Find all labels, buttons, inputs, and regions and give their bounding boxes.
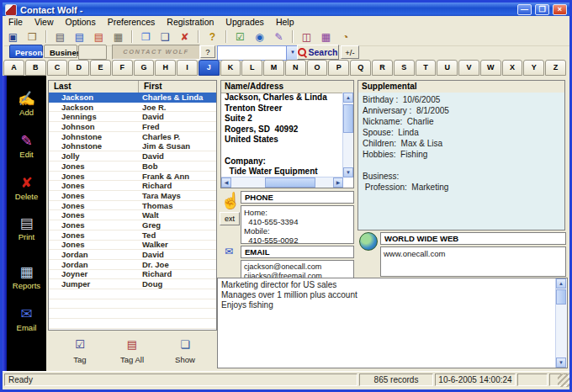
contact-row[interactable]: Johnstone Charles P. (49, 132, 216, 142)
scroll-left-icon[interactable]: ◀ (221, 177, 231, 188)
contact-row[interactable]: Joyner Richard (49, 269, 216, 279)
sidebar-item-delete[interactable]: ✘ Delete (7, 175, 46, 202)
copy-button[interactable]: ❐ (137, 29, 155, 45)
scroll-right-icon[interactable]: ▶ (333, 177, 343, 188)
alphabet-tab-k[interactable]: K (220, 60, 241, 76)
notes-button[interactable]: ✎ (270, 29, 288, 45)
contact-row[interactable]: Jackson Charles & Linda (49, 93, 216, 103)
tab-personal[interactable]: Personal (9, 45, 43, 58)
web-button[interactable]: ◉ (251, 29, 268, 45)
alphabet-tab-y[interactable]: Y (523, 60, 544, 76)
vertical-scrollbar[interactable]: ▲ ▼ (342, 93, 353, 177)
tasks-button[interactable]: ☑ (231, 29, 249, 45)
contact-row[interactable]: Jones Greg (49, 220, 216, 230)
alphabet-tab-f[interactable]: F (112, 60, 133, 76)
contact-row[interactable]: Jordan Dr. Joe (49, 260, 216, 270)
scroll-down-icon[interactable]: ▼ (343, 167, 353, 177)
alphabet-tab-v[interactable]: V (458, 60, 479, 76)
purge-button[interactable]: ✘ (176, 29, 193, 45)
dial-hand-icon[interactable]: ☝ (220, 191, 241, 211)
menu-help[interactable]: Help (270, 16, 300, 28)
alphabet-tab-t[interactable]: T (416, 60, 437, 76)
alphabet-tab-r[interactable]: R (372, 60, 393, 76)
scrollbar-thumb[interactable] (556, 289, 566, 305)
tab-business[interactable]: Business (44, 45, 77, 58)
show-button[interactable]: ❏ Show (164, 338, 206, 365)
alphabet-tab-j[interactable]: J (199, 60, 220, 76)
menu-upgrades[interactable]: Upgrades (220, 16, 270, 28)
scrollbar-thumb[interactable] (265, 177, 315, 188)
search-combobox[interactable]: ▼ (217, 45, 299, 61)
contact-row[interactable]: Jennings David (49, 112, 216, 122)
contact-row[interactable]: Jones Bob (49, 162, 216, 172)
alphabet-tab-o[interactable]: O (307, 60, 328, 76)
contact-row[interactable]: Jones Frank & Ann (49, 172, 216, 182)
contact-row[interactable]: Jones Walker (49, 240, 216, 250)
alphabet-tab-g[interactable]: G (134, 60, 155, 76)
sidebar-item-add[interactable]: ✍ Add (7, 91, 46, 118)
email-icon[interactable]: ✉ (221, 246, 236, 257)
scrollbar-thumb[interactable] (343, 104, 353, 133)
search-help-button[interactable]: ? (200, 45, 215, 58)
alphabet-tab-s[interactable]: S (394, 60, 415, 76)
contact-row[interactable]: Jones Thomas (49, 201, 216, 211)
print-labels-button[interactable]: ▤ (90, 29, 108, 45)
alphabet-tab-p[interactable]: P (328, 60, 349, 76)
reminders-button[interactable]: ◔ (336, 29, 354, 45)
contact-row[interactable]: Johnson Fred (49, 122, 216, 132)
alphabet-tab-n[interactable]: N (285, 60, 306, 76)
sidebar-item-print[interactable]: ▤ Print (7, 215, 46, 242)
contact-row[interactable]: Jones Richard (49, 181, 216, 191)
calendar-button[interactable]: ▦ (109, 29, 127, 45)
contact-row[interactable]: Jackson Joe R. (49, 103, 216, 113)
contact-row[interactable]: Jumper Doug (49, 279, 216, 289)
horizontal-scrollbar[interactable]: ◀ ▶ (221, 177, 343, 188)
menu-preferences[interactable]: Preferences (102, 16, 162, 28)
menu-options[interactable]: Options (60, 16, 102, 28)
tag-all-button[interactable]: ▤ Tag All (111, 338, 153, 365)
save-button[interactable]: ▣ (4, 29, 22, 45)
alphabet-tab-h[interactable]: H (155, 60, 176, 76)
contact-row[interactable]: Jones Ted (49, 230, 216, 241)
close-button[interactable]: × (553, 4, 567, 15)
find-duplicates-button[interactable]: ❑ (156, 29, 174, 45)
sidebar-item-reports[interactable]: ▦ Reports (7, 264, 46, 291)
print-button[interactable]: ▤ (51, 29, 69, 45)
alphabet-tab-a[interactable]: A (3, 60, 24, 76)
contact-row[interactable]: Johnstone Jim & Susan (49, 141, 216, 151)
menu-view[interactable]: View (29, 16, 60, 28)
plus-minus-button[interactable]: +/- (341, 45, 359, 59)
notes-scrollbar[interactable]: ▲ ▼ (555, 278, 567, 368)
backup-button[interactable]: ❒ (24, 29, 41, 45)
alphabet-tab-e[interactable]: E (90, 60, 111, 76)
sidebar-item-edit[interactable]: ✎ Edit (7, 133, 46, 160)
contact-row[interactable]: Jones Walt (49, 210, 216, 220)
tag-button[interactable]: ☑ Tag (59, 338, 101, 365)
contact-row[interactable]: Jolly David (49, 151, 216, 162)
minimize-button[interactable]: — (517, 4, 532, 15)
alphabet-tab-w[interactable]: W (480, 60, 501, 76)
column-header-last[interactable]: Last (49, 81, 139, 93)
scroll-up-icon[interactable]: ▲ (343, 93, 353, 103)
contact-row[interactable]: Jones Tara Mays (49, 191, 216, 201)
alphabet-tab-x[interactable]: X (502, 60, 523, 76)
alphabet-tab-c[interactable]: C (47, 60, 68, 76)
globe-icon[interactable] (359, 232, 378, 251)
scroll-down-icon[interactable]: ▼ (556, 358, 566, 368)
alphabet-tab-d[interactable]: D (68, 60, 89, 76)
resize-grip[interactable] (558, 373, 569, 387)
alphabet-tab-b[interactable]: B (25, 60, 46, 76)
contact-row[interactable]: Jordan David (49, 250, 216, 260)
sidebar-item-email[interactable]: ✉ Email (7, 306, 46, 333)
alphabet-tab-l[interactable]: L (241, 60, 262, 76)
photos-button[interactable]: ▦ (317, 29, 335, 45)
alphabet-tab-i[interactable]: I (177, 60, 198, 76)
menu-file[interactable]: File (3, 16, 29, 28)
address-book-button[interactable]: ◫ (298, 29, 315, 45)
alphabet-tab-q[interactable]: Q (350, 60, 371, 76)
alphabet-tab-z[interactable]: Z (545, 60, 566, 76)
notes-area[interactable]: Marketing director for US salesManages o… (217, 278, 568, 368)
alphabet-tab-u[interactable]: U (437, 60, 458, 76)
menu-registration[interactable]: Registration (161, 16, 220, 28)
ext-button[interactable]: ext (220, 212, 240, 225)
